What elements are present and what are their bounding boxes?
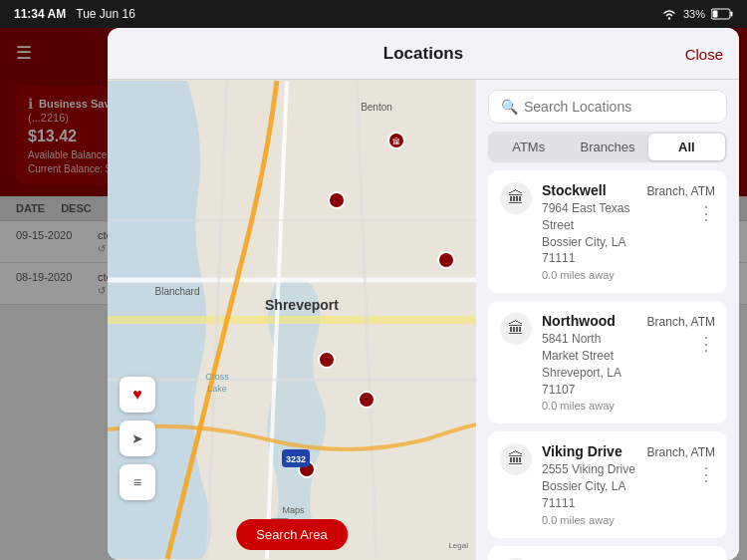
bank-icon: 🏛 — [500, 182, 532, 214]
svg-point-16 — [438, 252, 454, 268]
svg-point-18 — [359, 392, 374, 408]
location-right: Branch, ATM ⋮ — [647, 313, 715, 355]
svg-text:3232: 3232 — [286, 454, 306, 464]
svg-text:Shreveport: Shreveport — [265, 297, 339, 313]
map-attribution: Maps Search Area — [236, 505, 348, 550]
search-icon: 🔍 — [501, 99, 518, 115]
svg-text:Cross: Cross — [205, 372, 229, 382]
status-bar-left: 11:34 AM Tue Jun 16 — [14, 7, 135, 21]
date: Tue Jun 16 — [76, 7, 135, 21]
time: 11:34 AM — [14, 7, 66, 21]
battery-text: 33% — [683, 8, 705, 20]
filter-tabs: ATMs Branches All — [488, 132, 727, 162]
list-view-button[interactable]: ≡ — [120, 464, 155, 500]
modal-body: Shreveport Benton Blanchard Cross Lake 🏛… — [108, 80, 739, 560]
svg-rect-26 — [731, 12, 733, 17]
map-controls: ♥ ➤ ≡ — [120, 377, 155, 500]
search-area-button[interactable]: Search Area — [236, 519, 348, 550]
list-icon: ≡ — [133, 474, 141, 490]
more-options-button[interactable]: ⋮ — [697, 463, 715, 485]
navigate-icon: ➤ — [131, 430, 143, 446]
search-bar: 🔍 — [488, 90, 727, 124]
battery-icon — [711, 8, 733, 20]
status-bar-right: 33% — [661, 8, 733, 20]
modal-title: Locations — [383, 44, 463, 64]
location-info: Northwood 5841 North Market Street Shrev… — [542, 313, 637, 412]
list-pane: 🔍 ATMs Branches All 🏛 Stockwell 7964 Eas… — [476, 80, 739, 560]
legal-text: Legal — [448, 541, 468, 550]
wifi-icon — [661, 8, 677, 20]
list-item[interactable]: 🏛 Stockwell 7964 East Texas Street Bossi… — [488, 170, 727, 293]
svg-point-24 — [668, 17, 670, 19]
search-input[interactable] — [524, 99, 714, 115]
heart-icon: ♥ — [132, 386, 142, 404]
location-right: Branch, ATM ⋮ — [647, 443, 715, 485]
search-bar-container: 🔍 — [476, 80, 739, 132]
svg-text:Lake: Lake — [207, 384, 227, 394]
status-bar: 11:34 AM Tue Jun 16 33% — [0, 0, 747, 28]
tab-branches[interactable]: Branches — [569, 134, 645, 160]
svg-text:Benton: Benton — [361, 102, 392, 113]
navigate-button[interactable]: ➤ — [120, 420, 155, 456]
more-options-button[interactable]: ⋮ — [697, 333, 715, 355]
list-item[interactable]: 🏛 Northwood 5841 North Market Street Shr… — [488, 301, 727, 423]
bank-icon: 🏛 — [500, 443, 532, 475]
locations-modal: Locations Close — [108, 28, 739, 560]
more-options-button[interactable]: ⋮ — [697, 202, 715, 224]
svg-text:Blanchard: Blanchard — [154, 286, 199, 297]
tab-atms[interactable]: ATMs — [490, 134, 567, 160]
bank-icon: 🏛 — [500, 313, 532, 345]
map-svg: Shreveport Benton Blanchard Cross Lake 🏛… — [108, 80, 476, 560]
location-info: Stockwell 7964 East Texas Street Bossier… — [542, 182, 637, 281]
location-info: Viking Drive 2555 Viking Drive Bossier C… — [542, 443, 637, 525]
svg-text:🏛: 🏛 — [392, 137, 400, 146]
location-right: Branch, ATM ⋮ — [647, 182, 715, 224]
close-button[interactable]: Close — [685, 45, 723, 62]
modal-header: Locations Close — [108, 28, 739, 80]
list-item[interactable]: 🏛 Viking Drive 2555 Viking Drive Bossier… — [488, 431, 727, 537]
apple-maps-logo: Maps — [279, 505, 304, 515]
tab-all[interactable]: All — [648, 134, 725, 160]
location-list: 🏛 Stockwell 7964 East Texas Street Bossi… — [476, 170, 739, 560]
svg-point-15 — [329, 192, 345, 208]
favorite-button[interactable]: ♥ — [120, 377, 155, 413]
map-pane: Shreveport Benton Blanchard Cross Lake 🏛… — [108, 80, 476, 560]
list-item[interactable]: 🏛 Downtown 624 Market Street Shreveport,… — [488, 546, 727, 560]
svg-point-17 — [319, 352, 335, 368]
svg-rect-27 — [713, 11, 718, 18]
